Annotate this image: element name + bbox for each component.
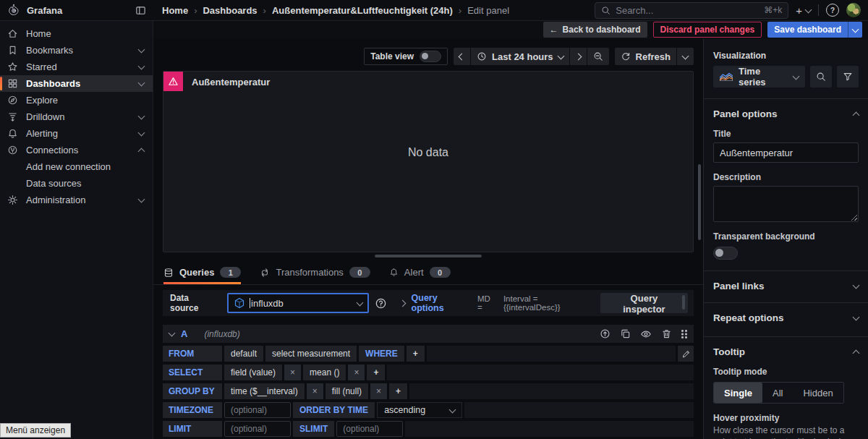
time-range-label: Last 24 hours bbox=[492, 51, 553, 62]
description-field-label: Description bbox=[713, 172, 859, 182]
user-avatar[interactable] bbox=[846, 3, 861, 17]
where-keyword[interactable]: WHERE bbox=[359, 346, 404, 362]
limit-input[interactable] bbox=[224, 421, 291, 437]
sidebar-item-starred[interactable]: Starred bbox=[0, 59, 153, 75]
add-select-part-button[interactable]: + bbox=[367, 365, 385, 380]
remove-field-button[interactable]: × bbox=[284, 365, 301, 380]
chevron-down-icon bbox=[853, 314, 860, 321]
breadcrumb-dashboard-name[interactable]: Außentemperatur&Luftfeuchtigkeit (24h) bbox=[272, 5, 453, 16]
tooltip-mode-hidden[interactable]: Hidden bbox=[793, 383, 843, 403]
groupby-time-segment[interactable]: time ($__interval) bbox=[224, 383, 305, 399]
breadcrumb-dashboards[interactable]: Dashboards bbox=[203, 5, 257, 16]
remove-fill-button[interactable]: × bbox=[370, 383, 387, 399]
tab-alert[interactable]: Alert 0 bbox=[389, 260, 451, 284]
time-range-picker-button[interactable]: Last 24 hours bbox=[471, 48, 569, 65]
visualization-search-button[interactable] bbox=[810, 66, 832, 88]
from-policy-segment[interactable]: default bbox=[224, 346, 263, 362]
query-inspector-button[interactable]: Query inspector bbox=[600, 293, 688, 313]
grafana-logo[interactable] bbox=[7, 4, 20, 17]
sidebar-item-drilldown[interactable]: Drilldown bbox=[0, 108, 153, 125]
sidebar-item-administration[interactable]: Administration bbox=[0, 192, 153, 208]
query-options-link[interactable]: Query options bbox=[412, 293, 471, 313]
tooltip-section-header[interactable]: Tooltip bbox=[713, 346, 859, 357]
delete-query-icon[interactable] bbox=[661, 328, 672, 339]
drag-handle[interactable] bbox=[681, 329, 687, 338]
add-groupby-part-button[interactable]: + bbox=[389, 383, 407, 399]
toggle-query-visibility-icon[interactable] bbox=[640, 328, 652, 340]
discard-panel-changes-button[interactable]: Discard panel changes bbox=[653, 22, 762, 38]
panel-options-header[interactable]: Panel options bbox=[713, 108, 859, 119]
chevron-right-icon[interactable] bbox=[399, 299, 406, 307]
remove-mean-button[interactable]: × bbox=[348, 365, 365, 380]
bell-icon bbox=[7, 128, 18, 139]
tooltip-mode-control: Single All Hidden bbox=[713, 382, 844, 404]
select-keyword: SELECT bbox=[163, 365, 222, 380]
groupby-fill-segment[interactable]: fill (null) bbox=[326, 383, 368, 399]
search-input[interactable] bbox=[616, 3, 759, 18]
tab-count-badge: 0 bbox=[430, 267, 451, 278]
time-range-forward-button[interactable] bbox=[570, 48, 587, 65]
sidebar-item-alerting[interactable]: Alerting bbox=[0, 125, 153, 142]
sidebar-item-label: Dashboards bbox=[26, 78, 131, 89]
duplicate-query-icon[interactable] bbox=[620, 328, 631, 339]
add-new-button[interactable]: + bbox=[796, 4, 811, 17]
panel-alert-badge[interactable] bbox=[163, 72, 183, 91]
tab-transformations[interactable]: Transformations 0 bbox=[260, 260, 370, 284]
visualization-filter-button[interactable] bbox=[837, 66, 859, 88]
panel-links-header[interactable]: Panel links bbox=[713, 281, 859, 291]
select-mean-segment[interactable]: mean () bbox=[303, 365, 346, 380]
tab-queries[interactable]: Queries 1 bbox=[163, 260, 241, 284]
refresh-interval-dropdown-button[interactable] bbox=[677, 48, 694, 65]
timezone-input[interactable] bbox=[224, 402, 291, 418]
help-button[interactable]: ? bbox=[826, 4, 839, 17]
sidebar-item-connections[interactable]: Connections bbox=[0, 142, 153, 158]
visualization-picker[interactable]: Time series bbox=[713, 66, 805, 88]
sidebar-item-data-sources[interactable]: Data sources bbox=[0, 175, 153, 192]
time-range-back-button[interactable] bbox=[454, 48, 470, 65]
select-field-segment[interactable]: field (value) bbox=[224, 365, 282, 380]
remove-time-button[interactable]: × bbox=[307, 383, 323, 399]
data-source-help-button[interactable] bbox=[375, 297, 387, 310]
chevron-down-icon bbox=[356, 299, 363, 306]
back-to-dashboard-button[interactable]: ← Back to dashboard bbox=[543, 22, 647, 38]
data-source-picker[interactable]: influxdb bbox=[227, 293, 369, 313]
edit-panel-toolbar: ← Back to dashboard Discard panel change… bbox=[153, 20, 868, 39]
tooltip-mode-all[interactable]: All bbox=[762, 383, 793, 403]
query-help-icon[interactable] bbox=[600, 328, 610, 339]
edit-raw-query-button[interactable] bbox=[678, 346, 694, 362]
edit-area-scrollbar[interactable] bbox=[698, 164, 701, 240]
sidebar-item-label: Bookmarks bbox=[26, 45, 131, 56]
tooltip-mode-single[interactable]: Single bbox=[714, 383, 762, 403]
visualization-row: Time series bbox=[713, 66, 859, 88]
sidebar-item-bookmarks[interactable]: Bookmarks bbox=[0, 42, 153, 59]
zoom-out-button[interactable] bbox=[587, 48, 609, 65]
sidebar-item-home[interactable]: Home bbox=[0, 25, 153, 42]
sidebar-item-dashboards[interactable]: Dashboards bbox=[0, 75, 153, 92]
sidebar-item-add-new-connection[interactable]: Add new connection bbox=[0, 158, 153, 175]
panel-resize-handle[interactable] bbox=[375, 255, 482, 257]
panel-description-textarea[interactable] bbox=[713, 186, 859, 222]
order-by-time-select[interactable]: ascending bbox=[377, 402, 462, 418]
from-measurement-segment[interactable]: select measurement bbox=[265, 346, 357, 362]
save-dashboard-dropdown-button[interactable] bbox=[848, 22, 862, 38]
query-area-scrollbar[interactable] bbox=[682, 295, 685, 310]
repeat-options-header[interactable]: Repeat options bbox=[713, 312, 859, 323]
panel-title[interactable]: Außentemperatur bbox=[183, 72, 270, 88]
sidebar-item-explore[interactable]: Explore bbox=[0, 92, 153, 108]
breadcrumb-home[interactable]: Home bbox=[162, 5, 188, 16]
query-header-row[interactable]: A (influxdb) bbox=[163, 325, 694, 343]
topbar-left: Grafana bbox=[0, 4, 153, 17]
dock-menu-button[interactable] bbox=[135, 5, 146, 16]
save-dashboard-button[interactable]: Save dashboard bbox=[767, 22, 848, 38]
table-view-toggle[interactable] bbox=[420, 51, 441, 62]
add-condition-button[interactable]: + bbox=[407, 346, 425, 362]
help-icon: ? bbox=[826, 4, 839, 17]
transparent-background-toggle[interactable] bbox=[713, 247, 738, 260]
search-box[interactable]: ⌘+k bbox=[595, 2, 788, 19]
panel-title-input[interactable] bbox=[713, 142, 859, 163]
refresh-button[interactable]: Refresh bbox=[615, 48, 676, 65]
slimit-input[interactable] bbox=[336, 421, 403, 437]
time-series-viz-icon bbox=[720, 72, 733, 81]
title-field-label: Title bbox=[713, 129, 859, 139]
bell-icon bbox=[389, 268, 399, 277]
